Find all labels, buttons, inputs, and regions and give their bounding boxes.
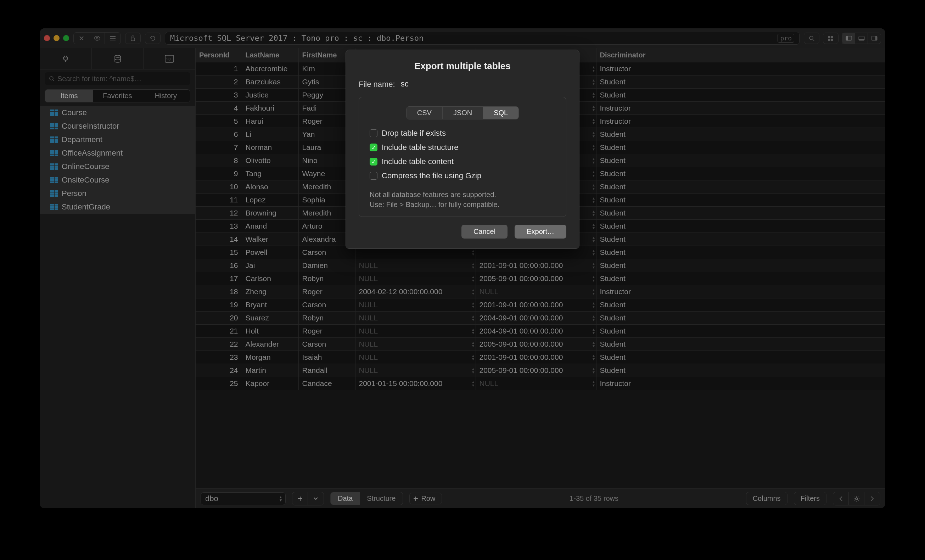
filename-row: File name: xyxy=(359,80,566,89)
format-csv[interactable]: CSV xyxy=(407,107,443,119)
checkbox-icon xyxy=(370,172,377,180)
filename-input[interactable] xyxy=(401,80,566,89)
export-note-l1: Not all database features are supported. xyxy=(370,190,555,200)
cancel-button[interactable]: Cancel xyxy=(461,225,508,239)
opt-drop-table[interactable]: Drop table if exists xyxy=(370,129,555,138)
export-options-box: CSV JSON SQL Drop table if exists ✓ Incl… xyxy=(359,97,566,217)
export-note: Not all database features are supported.… xyxy=(370,190,555,209)
export-modal: Export multiple tables File name: CSV JS… xyxy=(345,50,580,249)
opt-compress-label: Compress the file using Gzip xyxy=(382,171,481,181)
opt-include-content[interactable]: ✓ Include table content xyxy=(370,157,555,166)
app-window: Microsoft SQL Server 2017 : Tono pro : s… xyxy=(40,29,885,508)
opt-include-content-label: Include table content xyxy=(382,157,453,166)
checkbox-group: Drop table if exists ✓ Include table str… xyxy=(370,129,555,181)
checkbox-icon: ✓ xyxy=(370,158,377,166)
opt-include-structure-label: Include table structure xyxy=(382,143,458,152)
export-button[interactable]: Export… xyxy=(515,225,566,239)
opt-compress[interactable]: Compress the file using Gzip xyxy=(370,171,555,181)
format-segment: CSV JSON SQL xyxy=(406,106,519,119)
format-json[interactable]: JSON xyxy=(443,107,483,119)
opt-drop-table-label: Drop table if exists xyxy=(382,129,446,138)
filename-label: File name: xyxy=(359,80,395,89)
modal-actions: Cancel Export… xyxy=(359,225,566,239)
modal-title: Export multiple tables xyxy=(359,60,566,72)
format-sql[interactable]: SQL xyxy=(483,107,518,119)
modal-overlay: Export multiple tables File name: CSV JS… xyxy=(40,29,885,508)
opt-include-structure[interactable]: ✓ Include table structure xyxy=(370,143,555,152)
checkbox-icon: ✓ xyxy=(370,143,377,151)
export-note-l2: Use: File > Backup… for fully compatible… xyxy=(370,200,555,209)
checkbox-icon xyxy=(370,129,377,137)
